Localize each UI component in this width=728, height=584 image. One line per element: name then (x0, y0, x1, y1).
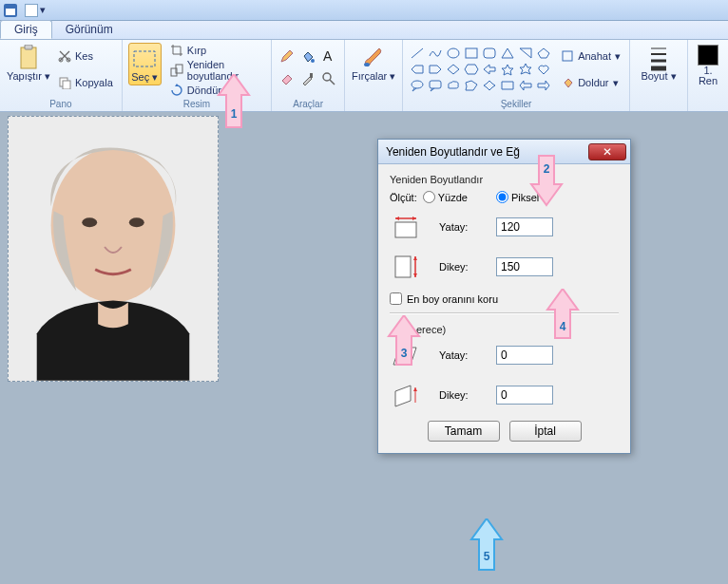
tool-picker[interactable] (298, 69, 317, 88)
scissors-icon (58, 49, 71, 63)
svg-line-18 (412, 48, 423, 58)
tool-bucket[interactable] (298, 47, 317, 66)
dialog-title-text: Yeniden Boyutlandır ve Eğ (386, 145, 520, 159)
keep-ratio-checkbox[interactable] (390, 292, 402, 305)
group-shapes: Anahat ▾ Doldur ▾ Şekiller (403, 40, 630, 111)
svg-marker-49 (395, 217, 399, 220)
svg-rect-9 (134, 51, 155, 66)
radio-pixel[interactable]: Piksel (496, 191, 539, 203)
skew-horizontal-input[interactable] (496, 346, 553, 365)
brushes-button[interactable]: Fırçalar ▾ (351, 43, 396, 82)
svg-marker-29 (484, 65, 495, 74)
outline-icon (561, 49, 574, 63)
svg-text:A: A (323, 48, 333, 64)
crop-icon (170, 44, 183, 57)
fill-button[interactable]: Doldur ▾ (558, 75, 623, 90)
skew-section-label: erece) (390, 324, 619, 335)
cut-button[interactable]: Kes (55, 48, 116, 64)
svg-rect-14 (310, 73, 313, 78)
svg-point-17 (364, 63, 370, 66)
horizontal-resize-icon (390, 213, 422, 241)
svg-rect-51 (395, 256, 411, 277)
shapes-gallery[interactable] (409, 43, 552, 93)
svg-marker-69 (471, 518, 502, 570)
svg-point-12 (311, 59, 315, 63)
svg-rect-3 (21, 47, 36, 68)
svg-point-32 (412, 81, 423, 88)
svg-point-46 (129, 217, 144, 227)
tool-pencil[interactable] (278, 47, 297, 66)
svg-marker-60 (413, 387, 417, 391)
group-label-tools: Araçlar (278, 99, 338, 109)
group-image: Seç ▾ Kırp Yeniden boyutlandır Döndür ▾ … (123, 40, 272, 111)
skew-vertical-label: Dikey: (422, 389, 496, 401)
tool-text[interactable]: A (319, 47, 338, 66)
horizontal-skew-icon (390, 341, 422, 369)
svg-marker-24 (538, 48, 549, 58)
svg-marker-36 (520, 81, 531, 90)
group-colors: 1.Ren (688, 40, 728, 111)
svg-marker-54 (413, 273, 417, 277)
copy-icon (58, 76, 71, 89)
crop-button[interactable]: Kırp (167, 43, 265, 58)
svg-marker-35 (502, 82, 513, 89)
svg-marker-31 (520, 64, 531, 74)
group-label-image: Resim (128, 99, 265, 109)
group-label-clipboard: Pano (6, 99, 116, 109)
svg-point-15 (323, 73, 331, 81)
svg-marker-26 (430, 66, 441, 73)
tool-magnifier[interactable] (319, 69, 338, 88)
radio-percent[interactable]: Yüzde (423, 191, 468, 203)
tab-view[interactable]: Görünüm (52, 21, 126, 39)
resize-section-label: Yeniden Boyutlandır (390, 174, 619, 185)
annotation-arrow-5: 5 (468, 518, 506, 575)
svg-marker-34 (484, 81, 495, 90)
svg-text:5: 5 (484, 550, 490, 563)
svg-rect-33 (430, 81, 441, 88)
by-label: Ölçüt: (390, 192, 417, 203)
group-clipboard: Yapıştır ▾ Kes Kopyala Pano (0, 40, 123, 111)
ok-button[interactable]: Tamam (428, 421, 500, 442)
horizontal-input[interactable] (496, 217, 553, 236)
svg-marker-27 (448, 65, 459, 74)
cancel-button[interactable]: İptal (509, 421, 582, 442)
svg-marker-53 (413, 256, 417, 260)
select-button[interactable]: Seç ▾ (128, 43, 162, 85)
svg-marker-23 (520, 48, 531, 58)
qat-button[interactable] (25, 4, 38, 17)
skew-vertical-input[interactable] (496, 386, 553, 405)
svg-marker-25 (412, 66, 423, 73)
dialog-titlebar[interactable]: Yeniden Boyutlandır ve Eğ ✕ (378, 140, 630, 164)
svg-marker-30 (502, 65, 513, 75)
close-button[interactable]: ✕ (588, 143, 626, 160)
outline-button[interactable]: Anahat ▾ (558, 48, 623, 64)
svg-marker-50 (412, 217, 416, 220)
vertical-resize-icon (390, 253, 422, 281)
app-menu-icon[interactable] (0, 0, 21, 21)
tab-home[interactable]: Giriş (0, 20, 52, 39)
rotate-icon (170, 84, 183, 97)
group-brushes: Fırçalar ▾ (345, 40, 403, 111)
group-label-shapes: Şekiller (409, 99, 623, 109)
fill-icon (561, 76, 574, 89)
vertical-input[interactable] (496, 257, 553, 276)
svg-point-19 (448, 48, 459, 58)
portrait-photo (9, 117, 218, 381)
svg-rect-8 (63, 81, 70, 89)
size-button[interactable]: Boyut ▾ (636, 43, 681, 82)
svg-line-16 (330, 80, 335, 85)
rotate-button[interactable]: Döndür ▾ (167, 83, 265, 98)
copy-button[interactable]: Kopyala (55, 75, 116, 90)
horizontal-label: Yatay: (422, 221, 496, 233)
skew-horizontal-label: Yatay: (422, 349, 496, 361)
qat-dropdown-icon[interactable]: ▾ (40, 4, 46, 16)
svg-marker-37 (538, 81, 549, 90)
color1-button[interactable]: 1.Ren (694, 43, 722, 86)
resize-button[interactable]: Yeniden boyutlandır (167, 58, 265, 83)
resize-skew-dialog: Yeniden Boyutlandır ve Eğ ✕ Yeniden Boyu… (377, 139, 631, 454)
tool-eraser[interactable] (278, 69, 297, 88)
svg-marker-55 (393, 348, 416, 365)
canvas-image[interactable] (8, 116, 219, 382)
paste-button[interactable]: Yapıştır ▾ (6, 43, 51, 82)
vertical-label: Dikey: (422, 261, 496, 273)
